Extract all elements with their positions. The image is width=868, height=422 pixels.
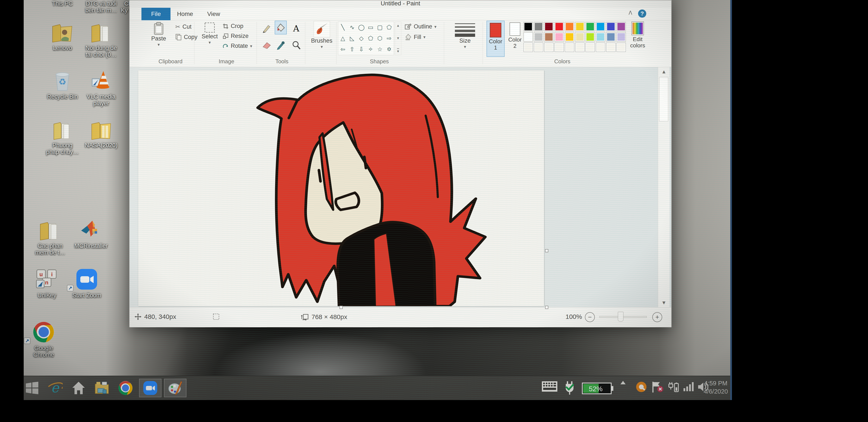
shape-button[interactable]: ◇ bbox=[357, 33, 366, 44]
color1-button[interactable]: Color 1 bbox=[487, 21, 505, 57]
shape-button[interactable]: ⇩ bbox=[357, 44, 366, 55]
desktop-icon-mcrinstaller[interactable]: MCRinstaller bbox=[72, 218, 110, 249]
file-explorer-icon[interactable] bbox=[94, 380, 110, 396]
start-button[interactable] bbox=[24, 380, 40, 396]
vertical-scrollbar[interactable]: ▲ ▼ bbox=[658, 67, 670, 307]
shapes-more-icon[interactable]: ▾ bbox=[397, 49, 399, 54]
desktop-icon-google-chrome[interactable]: ↗ Google Chrome bbox=[25, 321, 63, 358]
power-plug-icon[interactable] bbox=[561, 381, 579, 395]
palette-color[interactable] bbox=[555, 22, 564, 31]
desktop-icon-unikey[interactable]: u i n UniKey bbox=[28, 268, 66, 299]
desktop-icon-label-this-pc[interactable]: This PC bbox=[43, 0, 81, 7]
zoom-slider-track[interactable] bbox=[599, 316, 647, 318]
pencil-tool[interactable] bbox=[260, 22, 273, 35]
palette-color[interactable] bbox=[606, 32, 616, 41]
color-picker-tool[interactable] bbox=[275, 38, 287, 52]
palette-color[interactable] bbox=[534, 22, 543, 31]
edit-colors-button[interactable]: Edit colors bbox=[627, 22, 648, 49]
shape-button[interactable]: ◺ bbox=[347, 33, 357, 44]
shape-button[interactable]: ◯ bbox=[357, 22, 366, 33]
shape-button[interactable]: ✡ bbox=[384, 44, 394, 55]
shape-button[interactable]: ∿ bbox=[347, 22, 357, 33]
battery-indicator[interactable]: 52% bbox=[581, 382, 615, 395]
canvas-resize-handle-right[interactable] bbox=[545, 249, 548, 252]
palette-color-empty[interactable] bbox=[565, 42, 574, 52]
eraser-tool[interactable] bbox=[260, 38, 273, 52]
shape-button[interactable]: △ bbox=[338, 33, 347, 44]
rotate-button[interactable]: Rotate ▾ bbox=[223, 42, 252, 49]
canvas-resize-handle-bottom[interactable] bbox=[340, 306, 343, 309]
shape-button[interactable]: ⬠ bbox=[366, 33, 375, 44]
size-button[interactable]: Size ▾ bbox=[450, 22, 480, 49]
zoom-out-button[interactable]: − bbox=[585, 312, 595, 322]
shape-button[interactable]: ⇧ bbox=[347, 44, 357, 55]
text-tool[interactable]: A bbox=[290, 22, 302, 35]
shapes-scroll-up-icon[interactable]: ▴ bbox=[397, 23, 399, 28]
shape-button[interactable]: ⇨ bbox=[384, 33, 394, 44]
taskbar-chrome-icon[interactable] bbox=[118, 380, 133, 396]
shape-button[interactable]: ✧ bbox=[366, 44, 375, 55]
palette-color[interactable] bbox=[555, 32, 564, 41]
select-button[interactable]: Select ▾ bbox=[199, 22, 220, 45]
palette-color[interactable] bbox=[596, 32, 605, 41]
zoom-in-button[interactable]: + bbox=[652, 312, 662, 322]
palette-color-empty[interactable] bbox=[586, 42, 595, 52]
show-hidden-icons-button[interactable] bbox=[618, 381, 628, 384]
title-bar[interactable]: Untitled - Paint bbox=[130, 0, 671, 8]
scroll-up-icon[interactable]: ▲ bbox=[658, 67, 670, 76]
fill-button[interactable]: Fill ▾ bbox=[405, 34, 426, 40]
desktop-icon-vlc[interactable]: VLC media player bbox=[82, 69, 120, 107]
magnifier-tool[interactable] bbox=[290, 38, 302, 52]
tab-file[interactable]: File bbox=[142, 8, 170, 20]
help-icon[interactable]: ? bbox=[638, 9, 646, 18]
taskbar-paint-app[interactable] bbox=[164, 379, 186, 397]
palette-color[interactable] bbox=[575, 32, 585, 41]
desktop-icon-label-dtg[interactable]: DTG và tuổi bên tân m… bbox=[80, 0, 122, 14]
shape-button[interactable]: ⬠ bbox=[384, 22, 394, 33]
zoom-slider-thumb[interactable] bbox=[618, 312, 623, 322]
taskbar-zoom-app[interactable] bbox=[139, 379, 161, 397]
power-battery-icon[interactable] bbox=[667, 381, 680, 393]
palette-color-empty[interactable] bbox=[617, 42, 626, 52]
palette-color[interactable] bbox=[617, 32, 626, 41]
cut-button[interactable]: ✂ Cut bbox=[175, 23, 192, 30]
desktop-icon-cac-phan-mem[interactable]: Cac phan mem de t… bbox=[31, 218, 69, 256]
action-center-flag-icon[interactable] bbox=[651, 381, 664, 393]
touch-keyboard-icon[interactable] bbox=[540, 381, 559, 392]
home-icon[interactable] bbox=[71, 380, 87, 396]
palette-color-empty[interactable] bbox=[575, 42, 585, 52]
palette-color[interactable] bbox=[586, 32, 595, 41]
crop-button[interactable]: Crop bbox=[223, 23, 244, 30]
palette-color-empty[interactable] bbox=[606, 42, 616, 52]
desktop-icon-lenovo[interactable]: Lenovo bbox=[43, 21, 81, 52]
palette-color[interactable] bbox=[586, 22, 595, 31]
collapse-ribbon-icon[interactable]: ᐱ bbox=[629, 10, 632, 16]
shape-button[interactable]: ☆ bbox=[375, 44, 384, 55]
shapes-scroll-down-icon[interactable]: ▾ bbox=[397, 36, 399, 40]
taskbar-clock[interactable]: 4:59 PM 4/6/2020 bbox=[700, 379, 732, 395]
palette-color-empty[interactable] bbox=[534, 42, 543, 52]
desktop-icon-phuong-phap[interactable]: Phuong phap chuy… bbox=[43, 118, 81, 155]
fill-tool-selected[interactable] bbox=[275, 21, 287, 34]
network-signal-icon[interactable] bbox=[682, 381, 695, 392]
color2-button[interactable]: Color 2 bbox=[506, 21, 524, 57]
tray-app-orange-icon[interactable] bbox=[634, 381, 648, 393]
palette-color[interactable] bbox=[524, 32, 533, 41]
paste-button[interactable]: Paste ▾ bbox=[145, 22, 173, 47]
palette-color-empty[interactable] bbox=[596, 42, 605, 52]
palette-color-empty[interactable] bbox=[544, 42, 554, 52]
palette-color[interactable] bbox=[565, 22, 574, 31]
shape-button[interactable]: ▢ bbox=[375, 22, 384, 33]
palette-color-empty[interactable] bbox=[524, 42, 533, 52]
palette-color[interactable] bbox=[596, 22, 605, 31]
canvas-resize-handle-corner[interactable] bbox=[545, 306, 548, 309]
outline-button[interactable]: Outline ▾ bbox=[405, 23, 437, 30]
palette-color[interactable] bbox=[544, 22, 554, 31]
shape-button[interactable]: ⬡ bbox=[375, 33, 384, 44]
drawing-canvas[interactable] bbox=[138, 70, 544, 306]
shape-button[interactable]: ▭ bbox=[366, 22, 375, 33]
desktop-icon-start-zoom[interactable]: ↗ Start Zoom bbox=[68, 268, 106, 299]
desktop-icon-noi-dung[interactable]: Noi dung de tai choi (0… bbox=[82, 21, 120, 58]
tab-view[interactable]: View bbox=[205, 8, 223, 20]
palette-color[interactable] bbox=[565, 32, 574, 41]
